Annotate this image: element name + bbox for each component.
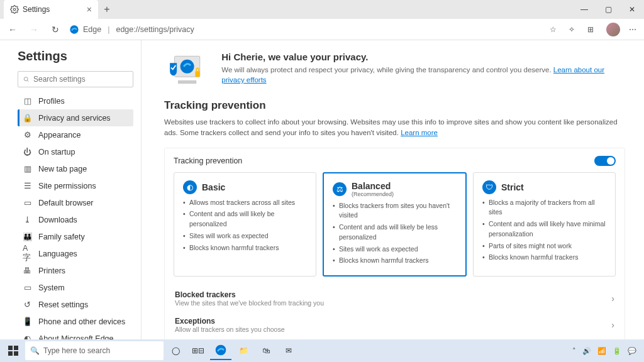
svg-rect-11 (14, 351, 18, 356)
phone-icon: 📱 (23, 317, 32, 326)
balanced-icon: ⚖ (333, 182, 347, 196)
sidebar-search[interactable] (18, 71, 133, 87)
settings-content: Hi Cherie, we value your privacy. We wil… (142, 40, 644, 339)
sidebar-item-startup[interactable]: ⏻On startup (18, 143, 133, 160)
svg-rect-9 (14, 346, 18, 350)
window-titlebar: Settings × + — ▢ ✕ (0, 0, 644, 19)
forward-icon[interactable]: → (26, 25, 42, 35)
hero-title: Hi Cherie, we value your privacy. (221, 52, 625, 62)
start-button[interactable] (3, 341, 24, 360)
tray-notifications-icon[interactable]: 💬 (628, 347, 636, 355)
back-icon[interactable]: ← (5, 25, 20, 35)
family-icon: 👪 (23, 232, 32, 241)
browser-toolbar: ← → ↻ Edge | edge://settings/privacy ☆ ✧… (0, 19, 644, 40)
tracking-toggle-row: Tracking prevention (174, 156, 616, 166)
tray-battery-icon[interactable]: 🔋 (613, 347, 621, 355)
card-basic[interactable]: ◐Basic Allows most trackers across all s… (174, 172, 316, 277)
url-text: edge://settings/privacy (116, 25, 194, 34)
card-balanced[interactable]: ⚖Balanced(Recommended) Blocks trackers f… (323, 172, 467, 277)
search-icon: 🔍 (30, 346, 40, 355)
svg-line-3 (27, 80, 28, 81)
browser-label: Edge (83, 25, 101, 34)
svg-rect-5 (178, 80, 196, 84)
favorite-icon[interactable]: ☆ (550, 25, 560, 34)
settings-sidebar: Settings ◫Profiles 🔒Privacy and services… (0, 40, 142, 339)
sidebar-item-languages[interactable]: A字Languages (18, 245, 133, 262)
address-bar[interactable]: Edge | edge://settings/privacy (69, 25, 194, 35)
cortana-icon[interactable]: ◯ (165, 341, 186, 360)
sidebar-item-appearance[interactable]: ⚙Appearance (18, 126, 133, 143)
task-view-icon[interactable]: ⊞⊟ (187, 341, 209, 360)
browser-tab[interactable]: Settings × (4, 0, 98, 19)
hero-body: We will always protect and respect your … (221, 65, 625, 85)
collections-icon[interactable]: ⊞ (587, 25, 597, 34)
download-icon: ⤓ (23, 215, 32, 224)
profile-icon: ◫ (23, 96, 32, 106)
strict-icon: 🛡 (482, 180, 496, 194)
power-icon: ⏻ (23, 147, 32, 156)
sidebar-item-printers[interactable]: 🖶Printers (18, 262, 133, 279)
favorites-bar-icon[interactable]: ✧ (569, 25, 579, 34)
system-icon: ▭ (23, 283, 32, 292)
exceptions-row[interactable]: ExceptionsAllow all trackers on sites yo… (174, 312, 616, 338)
window-close-icon[interactable]: ✕ (620, 5, 644, 14)
permissions-icon: ☰ (23, 181, 32, 190)
sidebar-search-input[interactable] (33, 75, 128, 84)
chevron-right-icon: › (611, 320, 614, 330)
svg-rect-10 (8, 351, 13, 356)
sidebar-item-reset[interactable]: ↺Reset settings (18, 296, 133, 313)
printer-icon: 🖶 (23, 266, 32, 275)
hero-illustration (164, 52, 210, 87)
svg-point-6 (180, 60, 194, 74)
windows-taskbar: 🔍Type here to search ◯ ⊞⊟ 📁 🛍 ✉ ˄ 🔊 📶 🔋 … (0, 339, 644, 362)
tracking-learn-more[interactable]: Learn more (401, 129, 438, 136)
profile-avatar[interactable] (606, 23, 620, 36)
sidebar-item-profiles[interactable]: ◫Profiles (18, 92, 133, 109)
new-tab-button[interactable]: + (98, 4, 116, 15)
sidebar-item-privacy[interactable]: 🔒Privacy and services (18, 109, 133, 126)
sidebar-item-site-permissions[interactable]: ☰Site permissions (18, 177, 133, 194)
language-icon: A字 (23, 249, 32, 258)
tray-sound-icon[interactable]: 🔊 (582, 347, 591, 355)
tab-close-icon[interactable]: × (87, 4, 92, 14)
taskbar-mail-icon[interactable]: ✉ (278, 341, 299, 360)
lock-icon: 🔒 (23, 113, 32, 123)
window-minimize-icon[interactable]: — (572, 5, 596, 14)
menu-icon[interactable]: ⋯ (629, 25, 639, 34)
tray-chevron-icon[interactable]: ˄ (572, 347, 576, 355)
newtab-icon: ▥ (23, 164, 32, 173)
tracking-toggle[interactable] (594, 156, 616, 166)
basic-icon: ◐ (183, 180, 197, 194)
search-icon (23, 75, 30, 84)
sidebar-item-family[interactable]: 👪Family safety (18, 228, 133, 245)
taskbar-store-icon[interactable]: 🛍 (255, 341, 277, 360)
chevron-right-icon: › (611, 293, 614, 304)
edge-icon: ◐ (23, 334, 32, 339)
refresh-icon[interactable]: ↻ (48, 25, 63, 35)
card-strict[interactable]: 🛡Strict Blocks a majority of trackers fr… (473, 172, 616, 277)
tracking-title: Tracking prevention (164, 99, 625, 112)
window-maximize-icon[interactable]: ▢ (596, 5, 620, 14)
appearance-icon: ⚙ (23, 130, 32, 140)
svg-point-2 (24, 77, 28, 80)
sidebar-item-phone[interactable]: 📱Phone and other devices (18, 313, 133, 330)
sidebar-item-newtab[interactable]: ▥New tab page (18, 160, 133, 177)
svg-rect-7 (195, 71, 199, 77)
taskbar-search[interactable]: 🔍Type here to search (25, 341, 164, 360)
taskbar-explorer-icon[interactable]: 📁 (233, 341, 254, 360)
separator: | (108, 25, 109, 34)
sidebar-item-system[interactable]: ▭System (18, 279, 133, 296)
tray-wifi-icon[interactable]: 📶 (597, 347, 606, 355)
reset-icon: ↺ (23, 300, 32, 309)
sidebar-item-downloads[interactable]: ⤓Downloads (18, 211, 133, 228)
sidebar-item-about[interactable]: ◐About Microsoft Edge (18, 330, 133, 339)
system-tray[interactable]: ˄ 🔊 📶 🔋 💬 (572, 347, 641, 355)
svg-point-1 (70, 25, 78, 33)
taskbar-edge-icon[interactable] (210, 341, 231, 360)
privacy-hero: Hi Cherie, we value your privacy. We wil… (164, 52, 625, 87)
blocked-trackers-row[interactable]: Blocked trackersView the sites that we'v… (174, 285, 616, 312)
sidebar-item-default-browser[interactable]: ▭Default browser (18, 194, 133, 211)
sidebar-title: Settings (18, 49, 133, 63)
tracking-sub: Websites use trackers to collect info ab… (164, 117, 625, 139)
svg-rect-8 (8, 346, 13, 350)
